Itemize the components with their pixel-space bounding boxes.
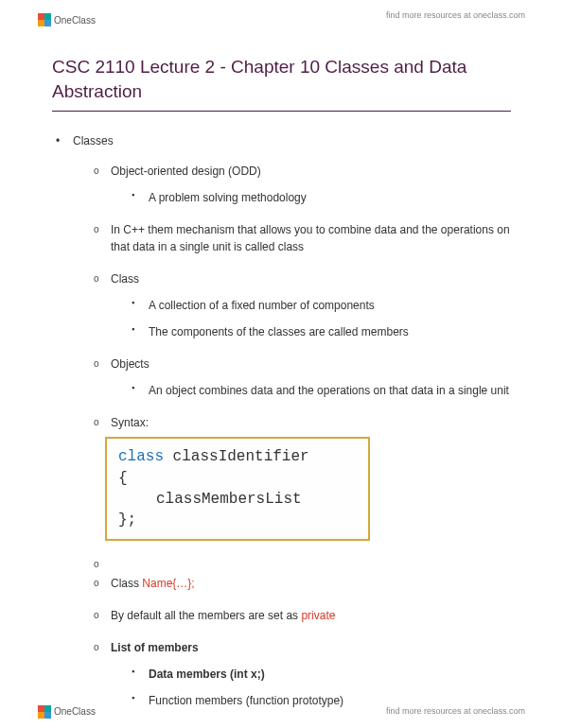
code-identifier: classIdentifier: [164, 448, 309, 465]
objects-desc: An object combines data and the operatio…: [149, 384, 509, 397]
brand-name-footer: OneClass: [54, 704, 96, 719]
code-body: classMembersList: [156, 491, 302, 508]
list-item: Objects An object combines data and the …: [73, 355, 511, 399]
resources-link-top[interactable]: find more resources at oneclass.com: [386, 9, 525, 23]
logo-icon: [38, 705, 51, 719]
list-item: Object-oriented design (ODD) A problem s…: [73, 163, 511, 206]
objects-label: Objects: [111, 357, 150, 371]
ood-methodology: A problem solving methodology: [149, 191, 307, 204]
list-item: List of members Data members (int x;) Fu…: [73, 639, 511, 709]
outline-root-label: Classes: [73, 134, 114, 147]
outline-root: Classes Object-oriented design (ODD) A p…: [52, 132, 511, 709]
default-private: private: [301, 609, 335, 622]
page-title: CSC 2110 Lecture 2 - Chapter 10 Classes …: [52, 55, 511, 103]
class-name-pre: Class: [111, 577, 142, 590]
class-label: Class: [111, 272, 139, 286]
document-body: CSC 2110 Lecture 2 - Chapter 10 Classes …: [0, 55, 563, 709]
code-brace-close: };: [118, 510, 357, 530]
list-item: Syntax: class classIdentifier { classMem…: [73, 414, 511, 541]
class-members: The components of the classes are called…: [149, 325, 409, 338]
list-item: A collection of a fixed number of compon…: [111, 297, 511, 314]
list-item: Class Name{…};: [73, 575, 511, 592]
brand-logo-footer: OneClass: [38, 704, 96, 719]
resources-link-bottom[interactable]: find more resources at oneclass.com: [386, 705, 525, 719]
logo-icon: [38, 13, 51, 26]
cpp-mechanism: In C++ them mechanism that allows you to…: [111, 223, 510, 253]
page-header: OneClass find more resources at oneclass…: [0, 0, 563, 38]
title-divider: [52, 111, 511, 112]
ood-label: Object-oriented design (ODD): [111, 165, 261, 178]
list-of-members: List of members: [111, 641, 199, 654]
brand-logo: OneClass: [38, 13, 96, 27]
list-item: Class A collection of a fixed number of …: [73, 270, 511, 340]
empty-bullet: [73, 556, 511, 565]
list-item: By default all the members are set as pr…: [73, 607, 511, 624]
default-pre: By default all the members are set as: [111, 609, 301, 622]
syntax-label: Syntax:: [111, 416, 149, 429]
list-item: In C++ them mechanism that allows you to…: [73, 221, 511, 255]
list-item: Classes Object-oriented design (ODD) A p…: [52, 132, 511, 709]
class-name-red: Name{…};: [142, 577, 194, 590]
class-collection: A collection of a fixed number of compon…: [149, 299, 375, 312]
list-item: A problem solving methodology: [111, 189, 511, 206]
list-item: Data members (int x;): [111, 666, 511, 683]
keyword-class: class: [118, 448, 164, 465]
list-item: An object combines data and the operatio…: [111, 382, 511, 399]
syntax-code-block: class classIdentifier { classMembersList…: [105, 437, 370, 541]
brand-name: OneClass: [54, 13, 96, 27]
list-item: The components of the classes are called…: [111, 323, 511, 340]
page-footer: OneClass find more resources at oneclass…: [0, 704, 563, 719]
code-brace-open: {: [118, 468, 357, 489]
data-members: Data members (int x;): [149, 667, 265, 681]
